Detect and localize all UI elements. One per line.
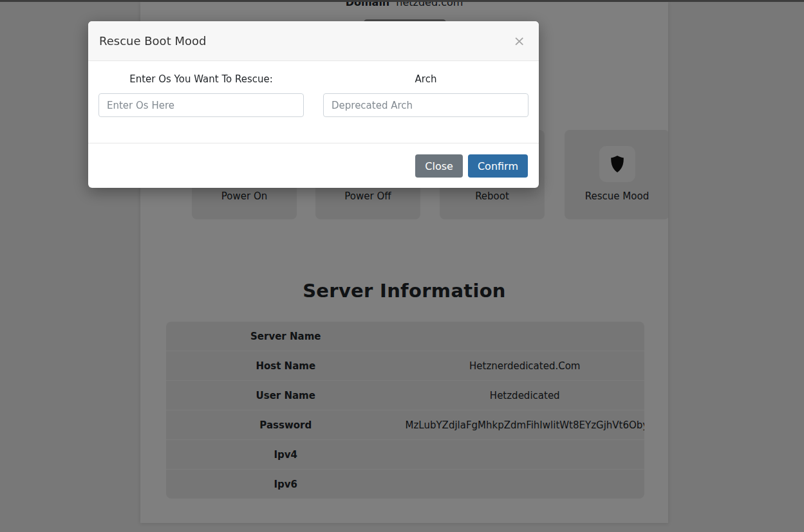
modal-title: Rescue Boot Mood <box>99 34 206 48</box>
arch-field-label: Arch <box>323 73 528 86</box>
close-button[interactable]: Close <box>415 154 463 178</box>
os-input[interactable] <box>98 93 304 117</box>
arch-field-group: Arch <box>323 73 528 117</box>
modal-header: Rescue Boot Mood × <box>88 21 539 61</box>
close-icon[interactable]: × <box>511 34 528 48</box>
modal-body: Enter Os You Want To Rescue: Arch <box>88 61 539 143</box>
rescue-boot-modal: Rescue Boot Mood × Enter Os You Want To … <box>88 21 539 188</box>
os-field-group: Enter Os You Want To Rescue: <box>98 73 304 117</box>
modal-footer: Close Confirm <box>88 143 539 188</box>
arch-input[interactable] <box>323 93 528 117</box>
confirm-button[interactable]: Confirm <box>468 154 528 178</box>
os-field-label: Enter Os You Want To Rescue: <box>98 73 304 86</box>
